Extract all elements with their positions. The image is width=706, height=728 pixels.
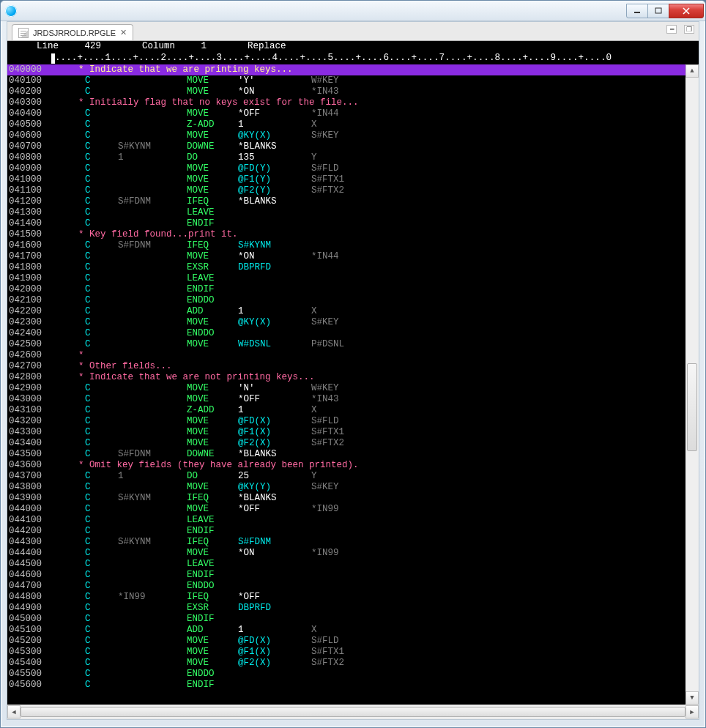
code-line[interactable]: 041100C MOVE@F2(Y)S#FTX2 — [7, 185, 685, 196]
horizontal-scroll-thumb[interactable] — [21, 707, 685, 717]
code-line[interactable]: 042000C ENDIF — [7, 284, 685, 295]
code-line[interactable]: 040200C MOVE*ON*IN43 — [7, 86, 685, 97]
code-line[interactable]: 043400C MOVE@F2(X)S#FTX2 — [7, 438, 685, 449]
comment-text: * Other fields... — [45, 361, 172, 372]
window-controls — [627, 4, 704, 18]
code-line[interactable]: 040800C 1DO135Y — [7, 152, 685, 163]
code-line[interactable]: 044500C LEAVE — [7, 559, 685, 570]
vertical-scroll-thumb[interactable] — [687, 363, 697, 451]
code-line[interactable]: 043700C 1DO25Y — [7, 471, 685, 482]
horizontal-scrollbar[interactable]: ◄ ► — [7, 705, 699, 719]
code-line[interactable]: 042400C ENDDO — [7, 328, 685, 339]
code-line[interactable]: 044600C ENDIF — [7, 570, 685, 581]
scroll-up-button[interactable]: ▲ — [685, 64, 699, 78]
code-line[interactable]: 040500C Z-ADD1X — [7, 119, 685, 130]
tab-strip: JRDSJRROLD.RPGLE ✕ ━ ❐ — [7, 22, 699, 41]
code-line[interactable]: 044800C *IN99IFEQ*OFF — [7, 592, 685, 603]
minimize-button[interactable] — [626, 4, 648, 18]
code-line[interactable]: 045400C MOVE@F2(X)S#FTX2 — [7, 658, 685, 669]
document-icon — [18, 28, 29, 38]
code-line[interactable]: 043200C MOVE@FD(X)S#FLD — [7, 416, 685, 427]
code-line[interactable]: 042600 * — [7, 350, 685, 361]
code-line[interactable]: 042900C MOVE'N'W#KEY — [7, 383, 685, 394]
code-line[interactable]: 042700 * Other fields... — [7, 361, 685, 372]
code-line[interactable]: 044900C EXSRDBPRFD — [7, 603, 685, 614]
code-line[interactable]: 040000 * Indicate that we are printing k… — [7, 64, 685, 75]
code-line[interactable]: 040600C MOVE@KY(X)S#KEY — [7, 130, 685, 141]
code-body[interactable]: 040000 * Indicate that we are printing k… — [7, 64, 685, 705]
code-line[interactable]: 040300 * Initially flag that no keys exi… — [7, 97, 685, 108]
code-line[interactable]: 040400C MOVE*OFF*IN44 — [7, 108, 685, 119]
close-button[interactable] — [669, 4, 704, 18]
code-line[interactable]: 045600C ENDIF — [7, 680, 685, 691]
vertical-scroll-track[interactable] — [685, 78, 699, 691]
factor2: *OFF — [238, 108, 311, 119]
line-number: 044200 — [7, 526, 45, 537]
code-line[interactable]: 043500C S#FDNMDOWNE*BLANKS — [7, 449, 685, 460]
spec-type: C — [85, 317, 91, 328]
maximize-button[interactable] — [647, 4, 669, 18]
line-number: 040000 — [7, 64, 45, 75]
factor1 — [118, 680, 187, 691]
code-line[interactable]: 045100C ADD1X — [7, 625, 685, 636]
code-line[interactable]: 044300C S#KYNMIFEQS#FDNM — [7, 537, 685, 548]
code-line[interactable]: 043600 * Omit key fields (they have alre… — [7, 460, 685, 471]
document-tab[interactable]: JRDSJRROLD.RPGLE ✕ — [12, 24, 133, 40]
code-line[interactable]: 044200C ENDIF — [7, 526, 685, 537]
vertical-scrollbar[interactable]: ▲ ▼ — [685, 64, 699, 705]
code-line[interactable]: 040900C MOVE@FD(Y)S#FLD — [7, 163, 685, 174]
horizontal-scroll-track[interactable] — [21, 705, 685, 718]
code-line[interactable]: 041900C LEAVE — [7, 273, 685, 284]
factor2: @KY(X) — [238, 317, 311, 328]
opcode: IFEQ — [187, 196, 238, 207]
code-line[interactable]: 044700C ENDDO — [7, 581, 685, 592]
code-line[interactable]: 044100C LEAVE — [7, 515, 685, 526]
code-line[interactable]: 043000C MOVE*OFF*IN43 — [7, 394, 685, 405]
code-line[interactable]: 040100C MOVE'Y'W#KEY — [7, 75, 685, 86]
code-line[interactable]: 042100C ENDDO — [7, 295, 685, 306]
code-line[interactable]: 040700C S#KYNMDOWNE*BLANKS — [7, 141, 685, 152]
code-line[interactable]: 041400C ENDIF — [7, 218, 685, 229]
opcode: LEAVE — [187, 559, 238, 570]
factor2: *BLANKS — [238, 493, 311, 504]
factor2: 1 — [238, 306, 311, 317]
opcode: ENDIF — [187, 680, 238, 691]
editor-restore-icon[interactable]: ❐ — [684, 25, 694, 34]
code-line[interactable]: 041200C S#FDNMIFEQ*BLANKS — [7, 196, 685, 207]
result-field: S#FTX2 — [311, 658, 344, 669]
code-line[interactable]: 044000C MOVE*OFF*IN99 — [7, 504, 685, 515]
code-line[interactable]: 041600C S#FDNMIFEQS#KYNM — [7, 240, 685, 251]
factor1 — [118, 185, 187, 196]
code-line[interactable]: 042800 * Indicate that we are not printi… — [7, 372, 685, 383]
code-line[interactable]: 045000C ENDIF — [7, 614, 685, 625]
scroll-left-button[interactable]: ◄ — [7, 705, 21, 718]
code-line[interactable]: 041000C MOVE@F1(Y)S#FTX1 — [7, 174, 685, 185]
code-line[interactable]: 042500C MOVEW#DSNLP#DSNL — [7, 339, 685, 350]
title-bar[interactable] — [1, 1, 705, 21]
code-line[interactable]: 044400C MOVE*ON*IN99 — [7, 548, 685, 559]
code-line[interactable]: 045500C ENDDO — [7, 669, 685, 680]
code-line[interactable]: 045300C MOVE@F1(X)S#FTX1 — [7, 647, 685, 658]
code-line[interactable]: 042300C MOVE@KY(X)S#KEY — [7, 317, 685, 328]
tab-close-icon[interactable]: ✕ — [120, 28, 127, 37]
code-line[interactable]: 041800C EXSRDBPRFD — [7, 262, 685, 273]
code-line[interactable]: 045200C MOVE@FD(X)S#FLD — [7, 636, 685, 647]
code-line[interactable]: 041700C MOVE*ON*IN44 — [7, 251, 685, 262]
opcode: ENDDO — [187, 328, 238, 339]
code-line[interactable]: 043100C Z-ADD1X — [7, 405, 685, 416]
line-number: 040300 — [7, 97, 45, 108]
code-line[interactable]: 041300C LEAVE — [7, 207, 685, 218]
code-editor[interactable]: Line 429 Column 1 Replace ....+....1....… — [7, 41, 699, 705]
code-line[interactable]: 042200C ADD1X — [7, 306, 685, 317]
code-line[interactable]: 043800C MOVE@KY(Y)S#KEY — [7, 482, 685, 493]
scroll-right-button[interactable]: ► — [685, 705, 699, 718]
line-number: 043800 — [7, 482, 45, 493]
line-number: 041500 — [7, 229, 45, 240]
scroll-down-button[interactable]: ▼ — [685, 691, 699, 705]
code-line[interactable]: 043900C S#KYNMIFEQ*BLANKS — [7, 493, 685, 504]
opcode: ENDIF — [187, 218, 238, 229]
code-line[interactable]: 041500 * Key field found...print it. — [7, 229, 685, 240]
code-line[interactable]: 043300C MOVE@F1(X)S#FTX1 — [7, 427, 685, 438]
editor-minimize-icon[interactable]: ━ — [666, 25, 677, 34]
line-number: 042900 — [7, 383, 45, 394]
